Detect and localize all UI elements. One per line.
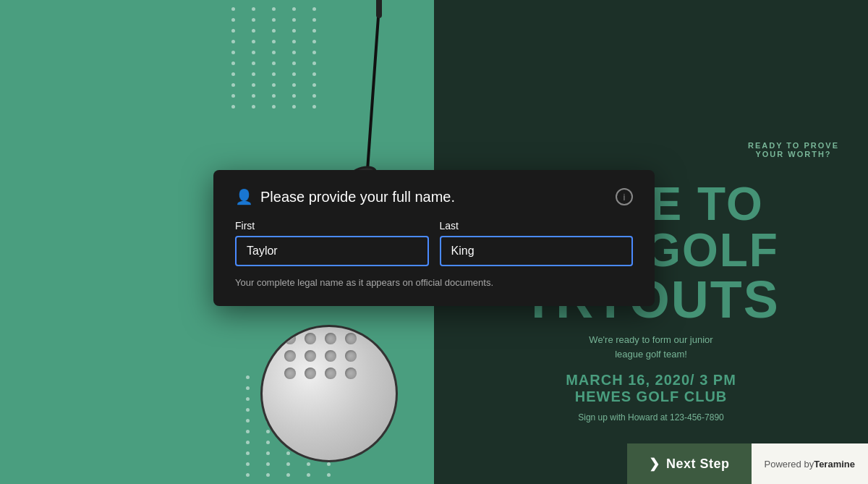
svg-rect-1 (376, 0, 382, 18)
next-step-button[interactable]: ❯ Next Step (627, 443, 751, 484)
sub-text: We're ready to form our juniorleague gol… (589, 333, 712, 361)
modal-title-area: 👤 Please provide your full name. (235, 188, 455, 205)
first-name-group: First (235, 220, 429, 266)
golf-club-illustration (340, 0, 398, 192)
next-step-label: Next Step (666, 457, 730, 472)
last-name-input[interactable] (440, 236, 634, 266)
modal-title: Please provide your full name. (260, 189, 455, 205)
first-name-label: First (235, 220, 429, 232)
event-date: MARCH 16, 2020/ 3 PM (566, 372, 736, 389)
form-hint: Your complete legal name as it appears o… (235, 277, 633, 288)
ready-tagline: READY TO PROVE YOUR WORTH? (748, 141, 839, 158)
name-modal: 👤 Please provide your full name. i First… (213, 170, 655, 306)
event-venue: HEWES GOLF CLUB (575, 389, 728, 405)
signup-info: Sign up with Howard at 123-456-7890 (578, 412, 723, 423)
last-name-group: Last (440, 220, 634, 266)
first-name-input[interactable] (235, 236, 429, 266)
info-icon[interactable]: i (616, 188, 633, 205)
modal-header: 👤 Please provide your full name. i (235, 188, 633, 205)
teramine-brand: Teramine (814, 459, 855, 470)
dots-top-grid (224, 0, 333, 116)
person-icon: 👤 (235, 188, 253, 205)
arrow-icon: ❯ (649, 456, 660, 472)
name-form-row: First Last (235, 220, 633, 266)
svg-line-0 (367, 0, 380, 170)
golf-ball-illustration (260, 325, 398, 462)
powered-by-text: Powered by (765, 459, 814, 470)
last-name-label: Last (440, 220, 634, 232)
bottom-bar: ❯ Next Step Powered by Teramine (627, 443, 868, 484)
powered-by-badge: Powered by Teramine (752, 443, 869, 484)
